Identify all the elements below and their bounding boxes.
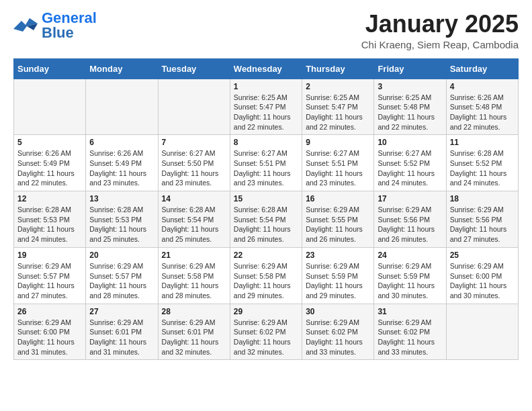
day-info: Sunrise: 6:27 AM Sunset: 5:52 PM Dayligh… (378, 148, 442, 188)
calendar-cell (446, 304, 518, 360)
day-info: Sunrise: 6:25 AM Sunset: 5:48 PM Dayligh… (378, 93, 442, 132)
calendar-cell: 7Sunrise: 6:27 AM Sunset: 5:50 PM Daylig… (158, 135, 230, 191)
calendar-cell: 4Sunrise: 6:26 AM Sunset: 5:48 PM Daylig… (446, 79, 518, 135)
calendar-cell: 8Sunrise: 6:27 AM Sunset: 5:51 PM Daylig… (230, 135, 302, 191)
calendar-cell: 13Sunrise: 6:28 AM Sunset: 5:53 PM Dayli… (86, 191, 158, 248)
calendar-cell: 2Sunrise: 6:25 AM Sunset: 5:47 PM Daylig… (302, 79, 374, 135)
day-number: 18 (450, 194, 515, 203)
calendar-cell: 19Sunrise: 6:29 AM Sunset: 5:57 PM Dayli… (14, 247, 86, 304)
day-number: 28 (162, 307, 226, 316)
day-info: Sunrise: 6:28 AM Sunset: 5:52 PM Dayligh… (450, 148, 515, 188)
day-number: 7 (162, 138, 226, 147)
day-info: Sunrise: 6:28 AM Sunset: 5:53 PM Dayligh… (17, 205, 82, 244)
day-number: 21 (162, 250, 226, 260)
day-number: 22 (234, 250, 298, 260)
day-number: 10 (378, 138, 442, 147)
calendar-cell: 5Sunrise: 6:26 AM Sunset: 5:49 PM Daylig… (14, 135, 86, 191)
day-number: 8 (234, 138, 298, 147)
day-number: 19 (17, 250, 82, 260)
calendar-cell: 10Sunrise: 6:27 AM Sunset: 5:52 PM Dayli… (374, 135, 446, 191)
calendar-cell (158, 79, 230, 135)
logo-text: General Blue (42, 11, 97, 40)
calendar-day-header: Wednesday (230, 58, 302, 79)
day-info: Sunrise: 6:29 AM Sunset: 5:56 PM Dayligh… (450, 205, 515, 244)
day-info: Sunrise: 6:25 AM Sunset: 5:47 PM Dayligh… (306, 93, 370, 132)
calendar-cell: 17Sunrise: 6:29 AM Sunset: 5:56 PM Dayli… (374, 191, 446, 248)
calendar-week-row: 1Sunrise: 6:25 AM Sunset: 5:47 PM Daylig… (14, 79, 519, 135)
calendar-cell: 31Sunrise: 6:29 AM Sunset: 6:02 PM Dayli… (374, 304, 446, 360)
day-info: Sunrise: 6:29 AM Sunset: 5:58 PM Dayligh… (162, 261, 226, 301)
calendar-day-header: Thursday (302, 58, 374, 79)
day-info: Sunrise: 6:29 AM Sunset: 5:56 PM Dayligh… (378, 205, 442, 244)
day-number: 30 (306, 307, 370, 316)
day-number: 27 (89, 307, 154, 316)
calendar-cell: 28Sunrise: 6:29 AM Sunset: 6:01 PM Dayli… (158, 304, 230, 360)
day-info: Sunrise: 6:27 AM Sunset: 5:51 PM Dayligh… (234, 148, 298, 188)
day-info: Sunrise: 6:29 AM Sunset: 5:55 PM Dayligh… (306, 205, 370, 244)
day-number: 9 (306, 138, 370, 147)
day-number: 17 (378, 194, 442, 203)
day-number: 31 (378, 307, 442, 316)
calendar-cell: 21Sunrise: 6:29 AM Sunset: 5:58 PM Dayli… (158, 247, 230, 304)
day-info: Sunrise: 6:29 AM Sunset: 6:02 PM Dayligh… (234, 318, 298, 357)
day-info: Sunrise: 6:29 AM Sunset: 5:57 PM Dayligh… (17, 261, 82, 301)
calendar-cell: 9Sunrise: 6:27 AM Sunset: 5:51 PM Daylig… (302, 135, 374, 191)
day-info: Sunrise: 6:27 AM Sunset: 5:51 PM Dayligh… (306, 148, 370, 188)
day-number: 12 (17, 194, 82, 203)
calendar-cell: 12Sunrise: 6:28 AM Sunset: 5:53 PM Dayli… (14, 191, 86, 248)
logo: General Blue (13, 11, 97, 40)
day-number: 13 (89, 194, 154, 203)
subtitle: Chi Kraeng, Siem Reap, Cambodia (361, 39, 519, 50)
calendar-cell: 20Sunrise: 6:29 AM Sunset: 5:57 PM Dayli… (86, 247, 158, 304)
day-info: Sunrise: 6:29 AM Sunset: 6:02 PM Dayligh… (378, 318, 442, 357)
day-number: 1 (234, 82, 298, 91)
day-info: Sunrise: 6:29 AM Sunset: 5:59 PM Dayligh… (306, 261, 370, 301)
calendar-cell (14, 79, 86, 135)
day-number: 11 (450, 138, 515, 147)
calendar-cell: 26Sunrise: 6:29 AM Sunset: 6:00 PM Dayli… (14, 304, 86, 360)
calendar-cell: 30Sunrise: 6:29 AM Sunset: 6:02 PM Dayli… (302, 304, 374, 360)
day-number: 6 (89, 138, 154, 147)
day-info: Sunrise: 6:29 AM Sunset: 5:58 PM Dayligh… (234, 261, 298, 301)
day-info: Sunrise: 6:29 AM Sunset: 6:02 PM Dayligh… (306, 318, 370, 357)
day-number: 14 (162, 194, 226, 203)
day-info: Sunrise: 6:26 AM Sunset: 5:48 PM Dayligh… (450, 93, 515, 132)
day-info: Sunrise: 6:29 AM Sunset: 6:01 PM Dayligh… (89, 318, 154, 357)
calendar-cell: 25Sunrise: 6:29 AM Sunset: 6:00 PM Dayli… (446, 247, 518, 304)
day-number: 24 (378, 250, 442, 260)
calendar-day-header: Monday (86, 58, 158, 79)
day-number: 29 (234, 307, 298, 316)
calendar-cell: 14Sunrise: 6:28 AM Sunset: 5:54 PM Dayli… (158, 191, 230, 248)
day-info: Sunrise: 6:27 AM Sunset: 5:50 PM Dayligh… (162, 148, 226, 188)
calendar-day-header: Tuesday (158, 58, 230, 79)
day-info: Sunrise: 6:29 AM Sunset: 5:59 PM Dayligh… (378, 261, 442, 301)
day-number: 26 (17, 307, 82, 316)
calendar-header-row: SundayMondayTuesdayWednesdayThursdayFrid… (14, 58, 519, 79)
calendar-day-header: Sunday (14, 58, 86, 79)
calendar-week-row: 12Sunrise: 6:28 AM Sunset: 5:53 PM Dayli… (14, 191, 519, 248)
header: General Blue January 2025 Chi Kraeng, Si… (13, 11, 519, 50)
day-number: 3 (378, 82, 442, 91)
day-number: 2 (306, 82, 370, 91)
calendar-cell: 24Sunrise: 6:29 AM Sunset: 5:59 PM Dayli… (374, 247, 446, 304)
calendar-day-header: Friday (374, 58, 446, 79)
page: General Blue January 2025 Chi Kraeng, Si… (0, 0, 532, 373)
calendar-cell: 1Sunrise: 6:25 AM Sunset: 5:47 PM Daylig… (230, 79, 302, 135)
day-number: 16 (306, 194, 370, 203)
calendar-cell: 27Sunrise: 6:29 AM Sunset: 6:01 PM Dayli… (86, 304, 158, 360)
calendar-table: SundayMondayTuesdayWednesdayThursdayFrid… (13, 58, 519, 361)
day-info: Sunrise: 6:29 AM Sunset: 5:57 PM Dayligh… (89, 261, 154, 301)
day-info: Sunrise: 6:28 AM Sunset: 5:54 PM Dayligh… (162, 205, 226, 244)
calendar-cell: 22Sunrise: 6:29 AM Sunset: 5:58 PM Dayli… (230, 247, 302, 304)
calendar-cell: 23Sunrise: 6:29 AM Sunset: 5:59 PM Dayli… (302, 247, 374, 304)
calendar-cell: 6Sunrise: 6:26 AM Sunset: 5:49 PM Daylig… (86, 135, 158, 191)
day-number: 23 (306, 250, 370, 260)
day-info: Sunrise: 6:28 AM Sunset: 5:53 PM Dayligh… (89, 205, 154, 244)
calendar-week-row: 19Sunrise: 6:29 AM Sunset: 5:57 PM Dayli… (14, 247, 519, 304)
calendar-cell: 11Sunrise: 6:28 AM Sunset: 5:52 PM Dayli… (446, 135, 518, 191)
day-number: 25 (450, 250, 515, 260)
day-number: 4 (450, 82, 515, 91)
logo-icon (13, 15, 38, 36)
day-info: Sunrise: 6:25 AM Sunset: 5:47 PM Dayligh… (234, 93, 298, 132)
day-number: 5 (17, 138, 82, 147)
